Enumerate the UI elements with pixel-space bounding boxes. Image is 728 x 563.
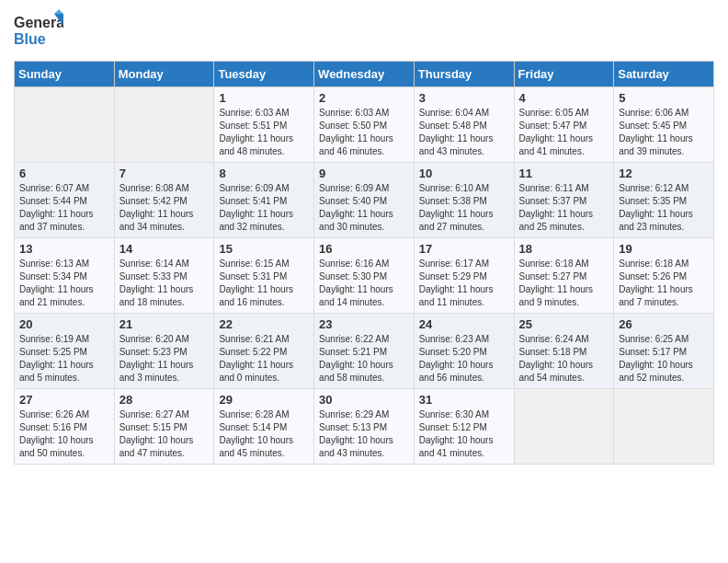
column-header-saturday: Saturday <box>614 62 714 87</box>
day-info: Sunrise: 6:14 AMSunset: 5:33 PMDaylight:… <box>119 258 210 309</box>
day-number: 31 <box>419 393 509 407</box>
logo: General Blue <box>14 9 63 53</box>
day-number: 29 <box>219 393 309 407</box>
day-cell: 14Sunrise: 6:14 AMSunset: 5:33 PMDayligh… <box>114 238 214 314</box>
day-cell: 29Sunrise: 6:28 AMSunset: 5:14 PMDayligh… <box>214 389 314 465</box>
day-info: Sunrise: 6:28 AMSunset: 5:14 PMDaylight:… <box>219 408 309 460</box>
header: General Blue <box>14 9 714 53</box>
day-info: Sunrise: 6:24 AMSunset: 5:18 PMDaylight:… <box>519 333 609 385</box>
day-cell: 27Sunrise: 6:26 AMSunset: 5:16 PMDayligh… <box>15 389 115 465</box>
column-header-tuesday: Tuesday <box>214 62 314 87</box>
day-number: 7 <box>119 167 210 180</box>
day-info: Sunrise: 6:17 AMSunset: 5:29 PMDaylight:… <box>419 258 509 309</box>
day-info: Sunrise: 6:04 AMSunset: 5:48 PMDaylight:… <box>419 107 509 158</box>
day-cell: 10Sunrise: 6:10 AMSunset: 5:38 PMDayligh… <box>414 163 514 238</box>
day-cell: 11Sunrise: 6:11 AMSunset: 5:37 PMDayligh… <box>514 163 614 238</box>
calendar-table: SundayMondayTuesdayWednesdayThursdayFrid… <box>14 61 714 465</box>
day-info: Sunrise: 6:21 AMSunset: 5:22 PMDaylight:… <box>219 333 309 385</box>
day-info: Sunrise: 6:03 AMSunset: 5:51 PMDaylight:… <box>219 107 309 158</box>
day-cell <box>614 389 714 465</box>
day-cell: 15Sunrise: 6:15 AMSunset: 5:31 PMDayligh… <box>214 238 314 314</box>
day-cell: 19Sunrise: 6:18 AMSunset: 5:26 PMDayligh… <box>614 238 714 314</box>
day-info: Sunrise: 6:09 AMSunset: 5:40 PMDaylight:… <box>319 182 409 234</box>
day-cell <box>15 87 115 163</box>
day-number: 2 <box>319 91 409 105</box>
day-info: Sunrise: 6:26 AMSunset: 5:16 PMDaylight:… <box>19 408 109 460</box>
day-number: 6 <box>19 167 109 180</box>
day-number: 18 <box>519 242 609 256</box>
day-cell: 9Sunrise: 6:09 AMSunset: 5:40 PMDaylight… <box>314 163 415 238</box>
column-header-thursday: Thursday <box>414 62 514 87</box>
day-cell: 26Sunrise: 6:25 AMSunset: 5:17 PMDayligh… <box>614 314 714 389</box>
day-number: 3 <box>419 91 509 105</box>
svg-text:Blue: Blue <box>14 31 46 47</box>
week-row-3: 13Sunrise: 6:13 AMSunset: 5:34 PMDayligh… <box>15 238 714 314</box>
day-info: Sunrise: 6:18 AMSunset: 5:27 PMDaylight:… <box>519 258 609 309</box>
day-cell: 22Sunrise: 6:21 AMSunset: 5:22 PMDayligh… <box>214 314 314 389</box>
week-row-5: 27Sunrise: 6:26 AMSunset: 5:16 PMDayligh… <box>15 389 714 465</box>
day-number: 20 <box>19 317 109 331</box>
day-number: 21 <box>119 317 210 331</box>
day-info: Sunrise: 6:09 AMSunset: 5:41 PMDaylight:… <box>219 182 309 234</box>
day-number: 28 <box>119 393 210 407</box>
logo-icon: General Blue <box>14 9 63 50</box>
day-number: 23 <box>319 317 409 331</box>
day-info: Sunrise: 6:12 AMSunset: 5:35 PMDaylight:… <box>619 182 709 234</box>
day-cell: 21Sunrise: 6:20 AMSunset: 5:23 PMDayligh… <box>114 314 214 389</box>
day-info: Sunrise: 6:05 AMSunset: 5:47 PMDaylight:… <box>519 107 609 158</box>
day-cell: 17Sunrise: 6:17 AMSunset: 5:29 PMDayligh… <box>414 238 514 314</box>
day-number: 19 <box>619 242 709 256</box>
day-cell: 23Sunrise: 6:22 AMSunset: 5:21 PMDayligh… <box>314 314 415 389</box>
day-info: Sunrise: 6:10 AMSunset: 5:38 PMDaylight:… <box>419 182 509 234</box>
day-number: 17 <box>419 242 509 256</box>
day-number: 27 <box>19 393 109 407</box>
day-info: Sunrise: 6:16 AMSunset: 5:30 PMDaylight:… <box>319 258 409 309</box>
day-cell: 18Sunrise: 6:18 AMSunset: 5:27 PMDayligh… <box>514 238 614 314</box>
day-cell: 7Sunrise: 6:08 AMSunset: 5:42 PMDaylight… <box>114 163 214 238</box>
day-number: 24 <box>419 317 509 331</box>
day-info: Sunrise: 6:07 AMSunset: 5:44 PMDaylight:… <box>19 182 109 234</box>
day-number: 4 <box>519 91 609 105</box>
day-cell: 12Sunrise: 6:12 AMSunset: 5:35 PMDayligh… <box>614 163 714 238</box>
day-number: 8 <box>219 167 309 180</box>
day-number: 16 <box>319 242 409 256</box>
day-cell: 28Sunrise: 6:27 AMSunset: 5:15 PMDayligh… <box>114 389 214 465</box>
day-info: Sunrise: 6:25 AMSunset: 5:17 PMDaylight:… <box>619 333 709 385</box>
column-header-sunday: Sunday <box>15 62 115 87</box>
day-info: Sunrise: 6:18 AMSunset: 5:26 PMDaylight:… <box>619 258 709 309</box>
day-info: Sunrise: 6:13 AMSunset: 5:34 PMDaylight:… <box>19 258 109 309</box>
day-cell: 13Sunrise: 6:13 AMSunset: 5:34 PMDayligh… <box>15 238 115 314</box>
day-cell: 2Sunrise: 6:03 AMSunset: 5:50 PMDaylight… <box>314 87 415 163</box>
header-row: SundayMondayTuesdayWednesdayThursdayFrid… <box>15 62 714 87</box>
day-number: 15 <box>219 242 309 256</box>
day-number: 30 <box>319 393 409 407</box>
day-cell: 4Sunrise: 6:05 AMSunset: 5:47 PMDaylight… <box>514 87 614 163</box>
day-info: Sunrise: 6:11 AMSunset: 5:37 PMDaylight:… <box>519 182 609 234</box>
svg-marker-3 <box>54 9 63 14</box>
day-info: Sunrise: 6:15 AMSunset: 5:31 PMDaylight:… <box>219 258 309 309</box>
day-number: 13 <box>19 242 109 256</box>
svg-text:General: General <box>14 15 63 30</box>
day-cell: 8Sunrise: 6:09 AMSunset: 5:41 PMDaylight… <box>214 163 314 238</box>
day-cell: 1Sunrise: 6:03 AMSunset: 5:51 PMDaylight… <box>214 87 314 163</box>
day-info: Sunrise: 6:06 AMSunset: 5:45 PMDaylight:… <box>619 107 709 158</box>
day-cell: 24Sunrise: 6:23 AMSunset: 5:20 PMDayligh… <box>414 314 514 389</box>
day-cell: 25Sunrise: 6:24 AMSunset: 5:18 PMDayligh… <box>514 314 614 389</box>
day-number: 9 <box>319 167 409 180</box>
day-cell: 16Sunrise: 6:16 AMSunset: 5:30 PMDayligh… <box>314 238 415 314</box>
day-number: 1 <box>219 91 309 105</box>
column-header-wednesday: Wednesday <box>314 62 415 87</box>
day-cell: 6Sunrise: 6:07 AMSunset: 5:44 PMDaylight… <box>15 163 115 238</box>
day-info: Sunrise: 6:27 AMSunset: 5:15 PMDaylight:… <box>119 408 210 460</box>
day-number: 10 <box>419 167 509 180</box>
day-info: Sunrise: 6:19 AMSunset: 5:25 PMDaylight:… <box>19 333 109 385</box>
week-row-4: 20Sunrise: 6:19 AMSunset: 5:25 PMDayligh… <box>15 314 714 389</box>
day-info: Sunrise: 6:08 AMSunset: 5:42 PMDaylight:… <box>119 182 210 234</box>
day-info: Sunrise: 6:29 AMSunset: 5:13 PMDaylight:… <box>319 408 409 460</box>
day-cell <box>114 87 214 163</box>
day-cell: 31Sunrise: 6:30 AMSunset: 5:12 PMDayligh… <box>414 389 514 465</box>
day-cell: 5Sunrise: 6:06 AMSunset: 5:45 PMDaylight… <box>614 87 714 163</box>
day-cell <box>514 389 614 465</box>
day-cell: 20Sunrise: 6:19 AMSunset: 5:25 PMDayligh… <box>15 314 115 389</box>
day-number: 12 <box>619 167 709 180</box>
